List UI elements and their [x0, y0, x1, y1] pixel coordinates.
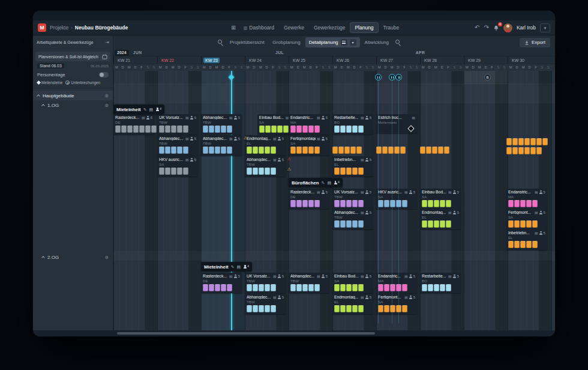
day-block[interactable]: [227, 147, 232, 154]
day-block[interactable]: [358, 220, 364, 228]
work-package-blocks[interactable]: [506, 147, 542, 154]
day-block[interactable]: [271, 126, 277, 133]
pin-collapse-icon[interactable]: ⇥: [105, 40, 109, 45]
day-block[interactable]: [438, 147, 443, 154]
day-block[interactable]: [356, 147, 362, 154]
pencil-icon[interactable]: ✎: [231, 265, 235, 269]
day-block[interactable]: [532, 200, 538, 207]
day-block[interactable]: [440, 284, 445, 291]
day-block[interactable]: [346, 305, 352, 312]
work-package-card[interactable]: Rasterdeck...▤5DE: [113, 114, 154, 135]
day-block[interactable]: [434, 284, 439, 291]
day-block[interactable]: [390, 305, 395, 312]
day-block[interactable]: [265, 284, 270, 291]
view-dropdown-icon[interactable]: ▾: [350, 39, 356, 46]
day-block[interactable]: [446, 220, 451, 228]
work-package-blocks[interactable]: [506, 138, 548, 145]
work-package-card[interactable]: Abhangdec...▤5TBW: [332, 209, 373, 229]
topbar-tab-gewerke[interactable]: Gewerke: [280, 23, 308, 32]
day-block[interactable]: [352, 126, 358, 133]
day-block[interactable]: [314, 200, 320, 207]
day-block[interactable]: [139, 126, 145, 133]
day-block[interactable]: [334, 220, 340, 228]
day-block[interactable]: [177, 147, 182, 154]
day-block[interactable]: [378, 284, 383, 291]
day-block[interactable]: [183, 147, 188, 154]
day-block[interactable]: [432, 147, 437, 154]
day-block[interactable]: [296, 284, 302, 291]
grid-icon[interactable]: ▤: [237, 265, 241, 269]
grid-icon[interactable]: ▤: [327, 181, 331, 185]
day-block[interactable]: [271, 284, 276, 291]
day-block[interactable]: [227, 126, 232, 133]
app-logo[interactable]: M: [38, 23, 46, 32]
planning-tab-abwicklung[interactable]: Abwicklung: [361, 38, 392, 47]
day-block[interactable]: [428, 200, 433, 207]
week-header-26[interactable]: KW 26: [332, 56, 376, 64]
day-block[interactable]: [520, 200, 526, 207]
day-block[interactable]: [203, 284, 208, 291]
week-header-30[interactable]: KW 30: [508, 56, 551, 64]
day-block[interactable]: [518, 147, 524, 154]
work-package-card[interactable]: Abhangdec...▤5TBW⚠: [201, 135, 242, 156]
day-block[interactable]: [508, 241, 514, 248]
day-block[interactable]: [271, 168, 276, 175]
day-block[interactable]: [512, 138, 518, 145]
day-block[interactable]: [308, 284, 314, 291]
day-block[interactable]: [259, 284, 264, 291]
day-block[interactable]: [296, 200, 302, 207]
day-block[interactable]: [259, 305, 264, 312]
day-block[interactable]: [390, 200, 395, 207]
day-block[interactable]: [532, 241, 538, 248]
day-block[interactable]: [352, 284, 358, 291]
day-block[interactable]: [302, 200, 308, 207]
day-block[interactable]: [358, 200, 364, 207]
day-block[interactable]: [434, 200, 439, 207]
search-icon[interactable]: [218, 40, 223, 45]
day-block[interactable]: [340, 200, 346, 207]
day-block[interactable]: [446, 200, 451, 207]
work-package-card[interactable]: Inbetriebn...▤5EL: [506, 229, 547, 250]
day-block[interactable]: [384, 200, 389, 207]
day-block[interactable]: [400, 147, 406, 154]
day-block[interactable]: [159, 126, 164, 133]
day-block[interactable]: [247, 168, 252, 175]
day-block[interactable]: [350, 147, 356, 154]
list-view-icon[interactable]: [341, 39, 347, 46]
topbar-tab-planung[interactable]: Planung: [350, 23, 377, 32]
day-block[interactable]: [253, 168, 258, 175]
day-block[interactable]: [518, 138, 524, 145]
group-card[interactable]: Mieteinheit✎▤4: [113, 105, 164, 114]
day-block[interactable]: [506, 138, 512, 145]
day-block[interactable]: [388, 147, 394, 154]
day-block[interactable]: [352, 305, 358, 312]
grid-icon[interactable]: ▤: [149, 108, 154, 112]
day-block[interactable]: [165, 126, 170, 133]
week-header-23[interactable]: KW 23: [201, 56, 245, 64]
day-block[interactable]: [203, 126, 208, 133]
day-block[interactable]: [145, 126, 151, 133]
settings-icon[interactable]: ⚙: [105, 103, 109, 108]
day-block[interactable]: [352, 220, 358, 228]
milestone-diamond-marker[interactable]: [228, 74, 234, 80]
day-block[interactable]: [358, 168, 364, 175]
week-header-29[interactable]: KW 29: [464, 56, 508, 64]
day-block[interactable]: [271, 305, 276, 312]
day-block[interactable]: [346, 126, 352, 133]
day-block[interactable]: [151, 126, 157, 133]
day-block[interactable]: [526, 241, 532, 248]
personentage-toggle[interactable]: [99, 72, 109, 77]
day-block[interactable]: [338, 147, 344, 154]
day-block[interactable]: [334, 284, 340, 291]
settings-icon[interactable]: ⚙: [105, 255, 109, 259]
stand-badge[interactable]: Stand 06.03: [37, 63, 64, 68]
day-block[interactable]: [290, 147, 296, 154]
day-block[interactable]: [115, 126, 121, 133]
day-block[interactable]: [159, 168, 164, 175]
layout-toggle-icon[interactable]: ⊞: [231, 25, 236, 31]
day-block[interactable]: [352, 168, 358, 175]
day-block[interactable]: [390, 284, 395, 291]
day-block[interactable]: [253, 147, 258, 154]
day-block[interactable]: [402, 284, 407, 291]
work-package-card[interactable]: Endanstric...▤5MA: [376, 273, 417, 293]
